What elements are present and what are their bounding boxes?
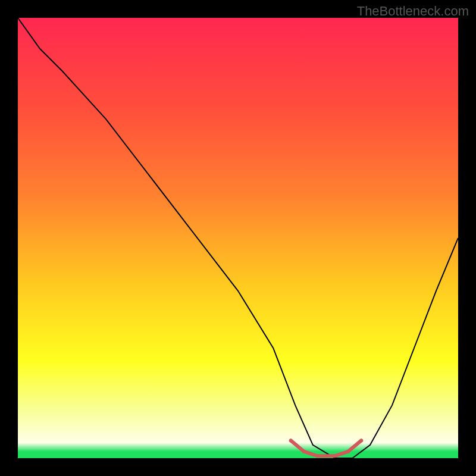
watermark-text: TheBottleneck.com: [357, 4, 469, 19]
target-dot: [346, 450, 350, 453]
bottleneck-chart: [18, 18, 458, 458]
chart-svg: [18, 18, 458, 458]
target-dot: [315, 454, 319, 458]
gradient-background: [18, 18, 458, 458]
target-dot: [289, 439, 293, 442]
target-dot: [359, 439, 363, 442]
target-dot: [302, 450, 306, 453]
target-dot: [333, 454, 337, 458]
